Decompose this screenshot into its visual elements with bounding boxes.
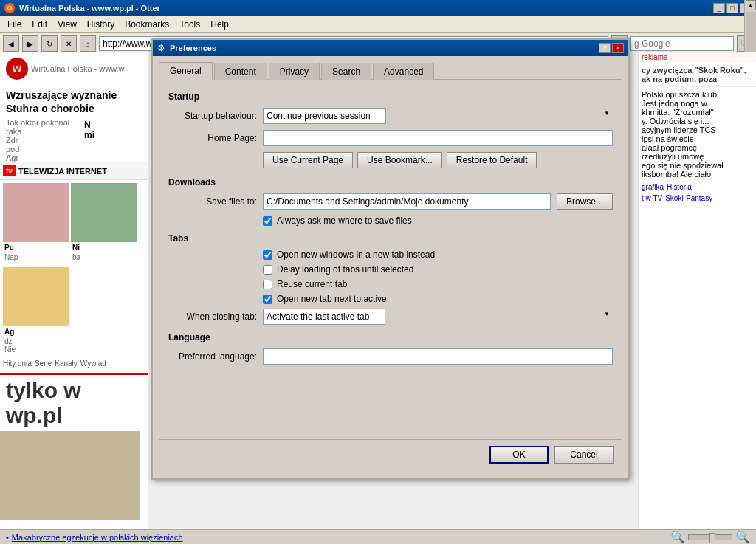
link-grafika[interactable]: grafika — [642, 183, 664, 191]
search-bar[interactable] — [630, 36, 734, 51]
preferred-language-label: Preferred language: — [168, 351, 257, 362]
always-ask-row: Always ask me where to save files — [263, 216, 613, 226]
wp-right-news-2: Polski opuszcza klub Jest jedną nogą w..… — [639, 87, 756, 182]
link-fantasy[interactable]: Fantasy — [687, 194, 713, 202]
link-historia[interactable]: Historia — [667, 183, 692, 191]
startup-header: Startup — [168, 92, 613, 102]
zoom-controls: 🔍 🔍 — [670, 531, 750, 543]
closing-tab-row: When closing tab: Activate the last acti… — [168, 309, 613, 325]
wp-caption-3: Ag — [3, 326, 69, 337]
dialog-title-bar: ⚙ Preferences ? × — [153, 40, 628, 56]
menu-view[interactable]: View — [53, 18, 81, 31]
nav-serie[interactable]: Serie — [35, 359, 52, 368]
reuse-tab-label: Reuse current tab — [277, 279, 347, 289]
use-current-page-button[interactable]: Use Current Page — [263, 152, 353, 168]
browser-window: O Wirtualna Polska - www.wp.pl - Otter _… — [0, 0, 756, 544]
wp-right-links: grafika Historia — [639, 182, 756, 193]
closing-tab-wrapper: Activate the last active tab Activate ne… — [263, 309, 613, 325]
forward-button[interactable]: ▶ — [22, 35, 38, 52]
use-bookmark-button[interactable]: Use Bookmark... — [357, 152, 442, 168]
zoom-slider[interactable] — [688, 534, 732, 540]
menu-edit[interactable]: Edit — [27, 18, 52, 31]
menu-bar: File Edit View History Bookmarks Tools H… — [0, 16, 756, 33]
nav-hity[interactable]: Hity dnia — [3, 359, 32, 368]
save-files-row: Save files to: Browse... — [168, 193, 613, 210]
closing-tab-label: When closing tab: — [168, 311, 257, 322]
save-files-label: Save files to: — [168, 196, 257, 207]
wp-bottom-links: t w TV Skoki Fantasy — [639, 193, 756, 204]
wp-logo-area: w Wirtualna Polska - www.w — [0, 52, 148, 86]
wp-caption-1-sub: Nap — [3, 253, 69, 261]
open-next-checkbox[interactable] — [263, 295, 272, 304]
wp-tv-logo: tv — [3, 165, 16, 176]
preferred-language-input[interactable] — [263, 348, 613, 365]
wp-caption-3a: dz — [3, 337, 69, 345]
open-new-windows-label: Open new windows in a new tab instead — [277, 249, 435, 260]
reload-button[interactable]: ↻ — [41, 35, 58, 52]
status-bar: • Makabryczne egzekucje w polskich więzi… — [0, 529, 756, 544]
tabs-header: Tabs — [168, 233, 613, 244]
menu-help[interactable]: Help — [206, 18, 233, 31]
restore-default-button[interactable]: Restore to Default — [447, 152, 537, 168]
tab-privacy[interactable]: Privacy — [269, 63, 320, 80]
save-path-input[interactable] — [263, 193, 551, 210]
zoom-out-button[interactable]: 🔍 — [670, 531, 685, 543]
home-button[interactable]: ⌂ — [80, 35, 96, 52]
startup-behaviour-wrapper: Continue previous session Show blank pag… — [263, 108, 613, 124]
homepage-row: Home Page: — [168, 130, 613, 146]
reuse-tab-checkbox[interactable] — [263, 280, 272, 289]
tab-general-content: Startup Startup behaviour: Continue prev… — [159, 79, 622, 433]
wp-only-section: tylko w wp.pl — [0, 373, 148, 431]
nav-wywiad[interactable]: Wywiad — [80, 359, 106, 368]
cancel-button[interactable]: Cancel — [554, 446, 614, 464]
wp-tv-section: tv TELEWIZJA INTERNET — [0, 162, 148, 180]
wp-nav: Hity dnia Serie Kanały Wywiad — [0, 357, 148, 371]
stop-button[interactable]: ✕ — [61, 35, 77, 52]
open-new-windows-checkbox[interactable] — [263, 250, 272, 260]
delay-loading-row: Delay loading of tabs until selected — [263, 264, 613, 275]
minimize-button[interactable]: _ — [713, 3, 725, 13]
title-bar: O Wirtualna Polska - www.wp.pl - Otter _… — [0, 0, 756, 16]
wp-tv-label: TELEWIZJA INTERNET — [18, 167, 107, 176]
dialog-title-controls: ? × — [599, 43, 624, 53]
browse-button[interactable]: Browse... — [557, 193, 613, 210]
news-item-1-headline: Wzruszające wyznanie Stuhra o chorobie — [0, 86, 148, 118]
delay-loading-checkbox[interactable] — [263, 265, 272, 275]
tab-general[interactable]: General — [159, 62, 213, 80]
link-tv[interactable]: t w TV — [642, 194, 662, 202]
homepage-input[interactable] — [263, 130, 613, 146]
back-button[interactable]: ◀ — [3, 35, 19, 52]
wp-only-text: tylko w wp.pl — [0, 375, 148, 431]
nav-kanaly[interactable]: Kanały — [55, 359, 78, 368]
startup-behaviour-select[interactable]: Continue previous session Show blank pag… — [263, 108, 386, 124]
tab-advanced[interactable]: Advanced — [373, 63, 434, 80]
menu-bookmarks[interactable]: Bookmarks — [120, 18, 173, 31]
ok-button[interactable]: OK — [489, 446, 549, 464]
menu-history[interactable]: History — [83, 18, 119, 31]
dialog-footer: OK Cancel — [159, 439, 622, 472]
maximize-button[interactable]: □ — [726, 3, 738, 13]
tab-search[interactable]: Search — [321, 63, 371, 80]
dialog-title-content: ⚙ Preferences — [157, 43, 216, 53]
news-row: Tak aktor pokonał raka Zdr pod Agr N mi — [0, 118, 148, 162]
zoom-thumb[interactable] — [709, 533, 715, 543]
homepage-label: Home Page: — [168, 133, 257, 143]
always-ask-checkbox[interactable] — [263, 216, 272, 226]
scroll-up-button[interactable]: ▲ — [746, 0, 756, 10]
wp-logo-text: Wirtualna Polska - www.w — [31, 64, 125, 73]
menu-tools[interactable]: Tools — [175, 18, 205, 31]
dialog-close-button[interactable]: × — [612, 43, 624, 53]
wp-ad-label: reklama — [639, 52, 756, 63]
wp-left-sidebar: w Wirtualna Polska - www.w Wzruszające w… — [0, 52, 148, 529]
link-skoki[interactable]: Skoki — [665, 194, 683, 202]
wp-image-1 — [3, 183, 69, 242]
zoom-in-button[interactable]: 🔍 — [735, 531, 750, 543]
open-next-to-active-row: Open new tab next to active — [263, 294, 613, 304]
tab-content[interactable]: Content — [214, 63, 267, 80]
menu-file[interactable]: File — [3, 18, 26, 31]
startup-behaviour-label: Startup behaviour: — [168, 111, 257, 121]
news-right-col: N mi — [81, 118, 148, 162]
always-ask-label: Always ask me where to save files — [277, 216, 412, 226]
dialog-help-button[interactable]: ? — [599, 43, 611, 53]
closing-tab-select[interactable]: Activate the last active tab Activate ne… — [263, 309, 385, 325]
